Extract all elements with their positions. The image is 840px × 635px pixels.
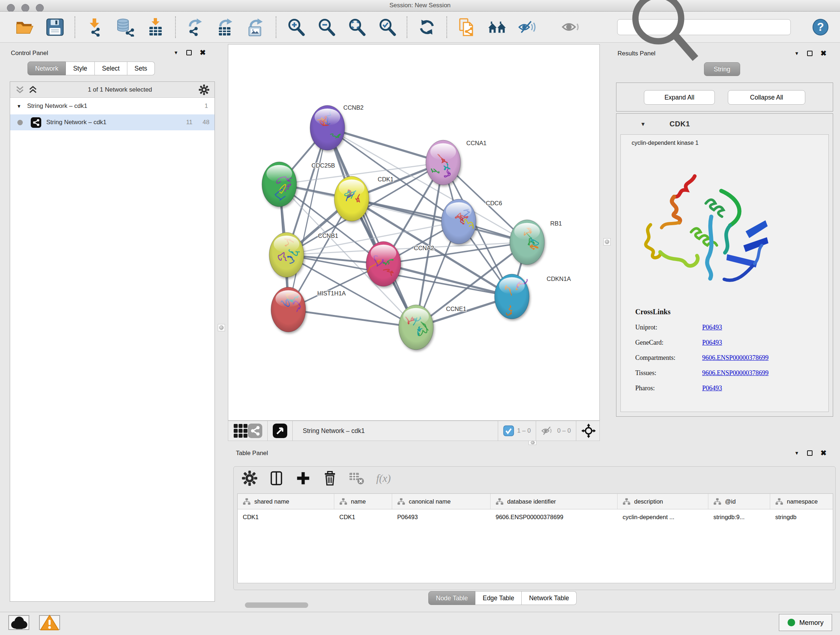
network-edge-CCNB2-CCNE1[interactable]: [327, 128, 416, 327]
crosslink-label: GeneCard:: [635, 339, 702, 347]
horizontal-scrollbar[interactable]: [245, 602, 308, 608]
network-node-label: CDKN1A: [546, 276, 571, 282]
network-node-HIST1H1A[interactable]: HIST1H1A: [271, 287, 346, 332]
open-session-button[interactable]: [14, 17, 35, 37]
tab-network[interactable]: Network: [27, 62, 66, 75]
network-edge-CCNB2-CCNA1[interactable]: [327, 128, 443, 163]
results-panel-close-icon[interactable]: ✖: [821, 51, 827, 56]
tab-select[interactable]: Select: [95, 62, 127, 75]
crosslink-uniprot-link[interactable]: P06493: [702, 324, 722, 331]
expand-all-networks-icon[interactable]: [28, 85, 38, 95]
hidden-eye-icon[interactable]: [541, 424, 554, 438]
export-network-button[interactable]: [185, 17, 205, 37]
network-options-gear-icon[interactable]: [199, 84, 210, 95]
collection-caret-icon[interactable]: ▼: [17, 103, 21, 109]
control-panel-float-icon[interactable]: [186, 50, 192, 55]
expand-all-button[interactable]: Expand All: [644, 90, 715, 105]
table-row[interactable]: CDK1 CDK1 P06493 9606.ENSP00000378699 cy…: [238, 509, 833, 524]
table-panel-collapse-icon[interactable]: ▼: [794, 450, 799, 456]
network-collection-row[interactable]: ▼ String Network – cdk1 1: [10, 98, 215, 114]
help-button[interactable]: ?: [812, 19, 829, 36]
export-table-icon: [216, 18, 235, 36]
show-nodes-button[interactable]: [561, 17, 581, 37]
column-header-name[interactable]: name: [334, 494, 392, 509]
save-session-button[interactable]: [45, 17, 65, 37]
cloud-icon: [9, 616, 28, 630]
column-header-shared-name[interactable]: shared name: [238, 494, 334, 509]
right-splitter-handle[interactable]: [603, 238, 611, 245]
network-node-CDK1[interactable]: CDK1: [334, 176, 393, 221]
status-bar: Memory: [0, 612, 840, 635]
network-node-CDC6[interactable]: CDC6: [441, 199, 502, 244]
fit-selected-crosshair-icon[interactable]: [581, 424, 596, 438]
protein-card-header[interactable]: ▼ CDK1: [616, 114, 833, 134]
network-canvas[interactable]: CCNB2CCNA1CDC25BCDK1CDC6RB1CCNB1CCNA2CDK…: [228, 44, 600, 421]
delete-column-icon[interactable]: [322, 470, 338, 486]
network-edge-CCNB2-HIST1H1A[interactable]: [288, 128, 327, 310]
tab-edge-table[interactable]: Edge Table: [475, 591, 522, 605]
network-view-icon[interactable]: [248, 424, 262, 438]
crosslink-tissues-link[interactable]: 9606.ENSP00000378699: [702, 369, 769, 377]
selected-checkbox-icon[interactable]: [503, 424, 514, 438]
hide-nodes-icon: [518, 18, 537, 36]
import-table-button[interactable]: [145, 17, 166, 37]
clone-network-button[interactable]: [456, 17, 477, 37]
zoom-fit-button[interactable]: [347, 17, 367, 37]
zoom-in-icon: [286, 18, 305, 36]
network-node-CCNE1[interactable]: CCNE1: [399, 305, 466, 350]
zoom-selected-button[interactable]: [377, 17, 397, 37]
network-node-label: CDC25B: [311, 162, 335, 169]
table-panel-float-icon[interactable]: [807, 450, 813, 456]
zoom-in-button[interactable]: [286, 17, 306, 37]
search-input[interactable]: [707, 19, 787, 35]
grid-view-icon[interactable]: [233, 424, 248, 438]
control-panel-close-icon[interactable]: ✖: [200, 50, 206, 55]
column-header-namespace[interactable]: namespace: [770, 494, 833, 509]
network-node-CDKN1A[interactable]: CDKN1A: [494, 274, 571, 319]
network-node-CDC25B[interactable]: CDC25B: [262, 162, 335, 207]
tab-node-table[interactable]: Node Table: [428, 591, 475, 605]
node-table: shared name name canonical name database…: [237, 494, 833, 583]
warnings-button[interactable]: [39, 615, 60, 630]
network-edge-HIST1H1A-CCNE1[interactable]: [288, 310, 416, 327]
results-panel-collapse-icon[interactable]: ▼: [794, 51, 799, 56]
column-header-description[interactable]: description: [617, 494, 708, 509]
export-image-button[interactable]: [246, 17, 266, 37]
collapse-all-networks-icon[interactable]: [15, 85, 25, 95]
import-network-button[interactable]: [85, 17, 105, 37]
crosslink-compartments-link[interactable]: 9606.ENSP00000378699: [702, 354, 769, 362]
column-header-canonical-name[interactable]: canonical name: [392, 494, 491, 509]
add-column-icon[interactable]: [295, 470, 311, 486]
cloud-status-button[interactable]: [8, 615, 29, 630]
show-columns-icon[interactable]: [268, 470, 284, 486]
crosslink-pharos-link[interactable]: P06493: [702, 385, 722, 392]
tab-style[interactable]: Style: [66, 62, 95, 75]
refresh-button[interactable]: [417, 17, 437, 37]
tab-network-table[interactable]: Network Table: [522, 591, 576, 605]
string-homes-button[interactable]: [487, 17, 507, 37]
protein-card-body: cyclin-dependent kinase 1: [621, 134, 829, 412]
network-row-selected[interactable]: String Network – cdk1 11 48: [10, 114, 215, 130]
control-panel-collapse-icon[interactable]: ▼: [174, 50, 178, 55]
crosslinks-title: CrossLinks: [635, 308, 769, 316]
left-splitter-handle[interactable]: [218, 324, 225, 331]
results-panel-float-icon[interactable]: [807, 51, 813, 56]
memory-button[interactable]: Memory: [779, 614, 832, 631]
hide-nodes-button[interactable]: [517, 17, 538, 37]
tab-string[interactable]: String: [704, 62, 740, 76]
table-panel-close-icon[interactable]: ✖: [821, 450, 827, 456]
navigator-icon[interactable]: [273, 424, 287, 438]
import-database-button[interactable]: [115, 17, 135, 37]
export-table-button[interactable]: [216, 17, 236, 37]
network-node-CCNA1[interactable]: CCNA1: [426, 140, 486, 185]
column-header-id[interactable]: @id: [708, 494, 770, 509]
cell-shared-name: CDK1: [238, 509, 334, 524]
network-node-RB1[interactable]: RB1: [510, 220, 562, 264]
zoom-out-button[interactable]: [316, 17, 336, 37]
crosslink-genecard-link[interactable]: P06493: [702, 339, 722, 347]
collapse-all-button[interactable]: Collapse All: [728, 90, 805, 105]
table-options-gear-icon[interactable]: [242, 470, 257, 486]
column-header-database-identifier[interactable]: database identifier: [491, 494, 617, 509]
tab-sets[interactable]: Sets: [127, 62, 155, 75]
protein-card-caret-icon[interactable]: ▼: [640, 121, 646, 127]
